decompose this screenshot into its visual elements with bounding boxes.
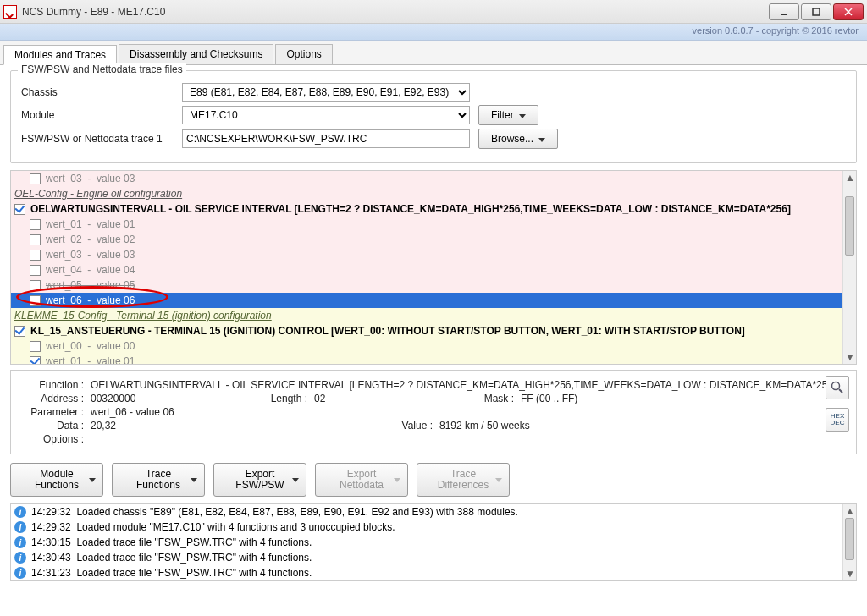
- magnify-button[interactable]: [826, 376, 849, 399]
- tab-options[interactable]: Options: [275, 44, 332, 64]
- tree-function[interactable]: OELWARTUNGSINTERVALL - OIL SERVICE INTER…: [11, 201, 842, 217]
- options-label: Options :: [19, 433, 84, 445]
- checkbox[interactable]: [30, 234, 41, 245]
- filter-button[interactable]: Filter: [478, 105, 538, 125]
- trace-label: FSW/PSW or Nettodata trace 1: [21, 133, 182, 145]
- log-line: i14:29:32 Loaded chassis "E89" (E81, E82…: [11, 504, 842, 520]
- checkbox[interactable]: [30, 341, 41, 352]
- log-line: i14:31:23 Loaded trace file "FSW_PSW.TRC…: [11, 565, 842, 580]
- info-icon: i: [14, 521, 26, 533]
- checkbox[interactable]: [14, 326, 25, 337]
- length-value: 02: [314, 393, 450, 404]
- scroll-down-icon[interactable]: ▼: [843, 350, 857, 364]
- mask-label: Mask :: [450, 393, 514, 404]
- length-label: Length :: [243, 393, 307, 404]
- tab-modules-traces[interactable]: Modules and Traces: [3, 45, 117, 65]
- tab-disassembly-checksums[interactable]: Disassembly and Checksums: [119, 44, 273, 64]
- scroll-down-icon[interactable]: ▼: [843, 567, 857, 580]
- tree-value[interactable]: wert_01 - value 01: [11, 217, 842, 232]
- log-line: i14:29:32 Loaded module "ME17.C10" with …: [11, 520, 842, 535]
- mask-value: FF (00 .. FF): [521, 393, 577, 404]
- trace-functions-button[interactable]: Trace Functions: [112, 463, 205, 497]
- tree-value[interactable]: wert_02 - value 02: [11, 232, 842, 247]
- address-label: Address :: [19, 393, 84, 404]
- scroll-thumb[interactable]: [845, 196, 854, 256]
- chassis-select[interactable]: E89 (E81, E82, E84, E87, E88, E89, E90, …: [182, 83, 470, 102]
- maximize-button[interactable]: [801, 3, 831, 20]
- info-icon: i: [14, 567, 26, 579]
- action-button-row: Module Functions Trace Functions Export …: [10, 463, 857, 497]
- search-icon: [831, 381, 844, 394]
- info-icon: i: [14, 506, 26, 518]
- tree-value[interactable]: wert_00 - value 00: [11, 338, 842, 354]
- browse-button[interactable]: Browse...: [478, 129, 558, 149]
- tree-value[interactable]: wert_03 - value 03: [11, 247, 842, 262]
- log-panel: i14:29:32 Loaded chassis "E89" (E81, E82…: [10, 503, 857, 581]
- value-label: Value :: [368, 420, 433, 432]
- address-value: 00320000: [91, 393, 243, 404]
- trace-path-input[interactable]: [182, 129, 470, 148]
- data-value: 20,32: [91, 420, 368, 432]
- close-button[interactable]: [833, 3, 864, 20]
- parameter-label: Parameter :: [19, 406, 84, 418]
- tree-value[interactable]: wert_01 - value 01: [11, 354, 842, 364]
- tree-category: OEL-Config - Engine oil configuration: [11, 186, 842, 201]
- module-label: Module: [21, 109, 182, 121]
- svg-line-5: [839, 389, 842, 393]
- module-select[interactable]: ME17.C10: [182, 106, 470, 124]
- log-line: i14:30:15 Loaded trace file "FSW_PSW.TRC…: [11, 535, 842, 550]
- tree-value[interactable]: wert_03 - value 03: [11, 171, 842, 186]
- function-value: OELWARTUNGSINTERVALL - OIL SERVICE INTER…: [91, 379, 836, 391]
- function-label: Function :: [19, 379, 84, 391]
- checkbox[interactable]: [30, 295, 41, 306]
- export-nettodata-button[interactable]: Export Nettodata: [315, 463, 408, 497]
- trace-files-group: FSW/PSW and Nettodata trace files Chassi…: [10, 70, 857, 163]
- svg-point-4: [832, 382, 840, 390]
- minimize-button[interactable]: [769, 3, 799, 20]
- export-fsw-psw-button[interactable]: Export FSW/PSW: [213, 463, 306, 497]
- tabstrip: Modules and Traces Disassembly and Check…: [0, 41, 867, 65]
- group-legend: FSW/PSW and Nettodata trace files: [18, 63, 186, 75]
- data-label: Data :: [19, 420, 84, 432]
- function-tree: wert_03 - value 03OEL-Config - Engine oi…: [10, 170, 857, 365]
- window-title: NCS Dummy - E89 - ME17.C10: [22, 6, 769, 18]
- tree-function[interactable]: KL_15_ANSTEUERUNG - TERMINAL 15 (IGNITIO…: [11, 323, 842, 338]
- titlebar: NCS Dummy - E89 - ME17.C10: [0, 0, 867, 24]
- checkbox[interactable]: [30, 356, 41, 365]
- scroll-up-icon[interactable]: ▲: [843, 171, 857, 184]
- checkbox[interactable]: [30, 173, 41, 184]
- scroll-up-icon[interactable]: ▲: [843, 504, 857, 518]
- info-icon: i: [14, 536, 26, 548]
- value-value: 8192 km / 50 weeks: [439, 420, 530, 432]
- parameter-value: wert_06 - value 06: [91, 406, 174, 418]
- checkbox[interactable]: [30, 219, 41, 230]
- log-line: i14:30:43 Loaded trace file "FSW_PSW.TRC…: [11, 550, 842, 565]
- info-icon: i: [14, 552, 26, 564]
- hex-dec-button[interactable]: HEXDEC: [826, 408, 849, 432]
- log-scrollbar[interactable]: ▲ ▼: [842, 504, 856, 580]
- tree-value[interactable]: wert_06 - value 06: [11, 293, 842, 308]
- tree-value[interactable]: wert_04 - value 04: [11, 262, 842, 278]
- tree-scrollbar[interactable]: ▲ ▼: [842, 171, 856, 364]
- app-icon: [3, 5, 17, 19]
- version-bar: version 0.6.0.7 - copyright © 2016 revto…: [0, 24, 867, 41]
- chassis-label: Chassis: [21, 86, 182, 98]
- checkbox[interactable]: [30, 265, 41, 276]
- svg-rect-1: [813, 8, 820, 15]
- checkbox[interactable]: [30, 250, 41, 261]
- trace-differences-button[interactable]: Trace Differences: [417, 463, 510, 497]
- module-functions-button[interactable]: Module Functions: [10, 463, 103, 497]
- checkbox[interactable]: [14, 204, 25, 215]
- details-panel: Function :OELWARTUNGSINTERVALL - OIL SER…: [10, 370, 857, 454]
- tree-category: KLEMME_15-Config - Terminal 15 (ignition…: [11, 308, 842, 323]
- tree-value[interactable]: wert_05 - value 05: [11, 278, 842, 293]
- scroll-thumb[interactable]: [845, 518, 854, 560]
- checkbox[interactable]: [30, 280, 41, 291]
